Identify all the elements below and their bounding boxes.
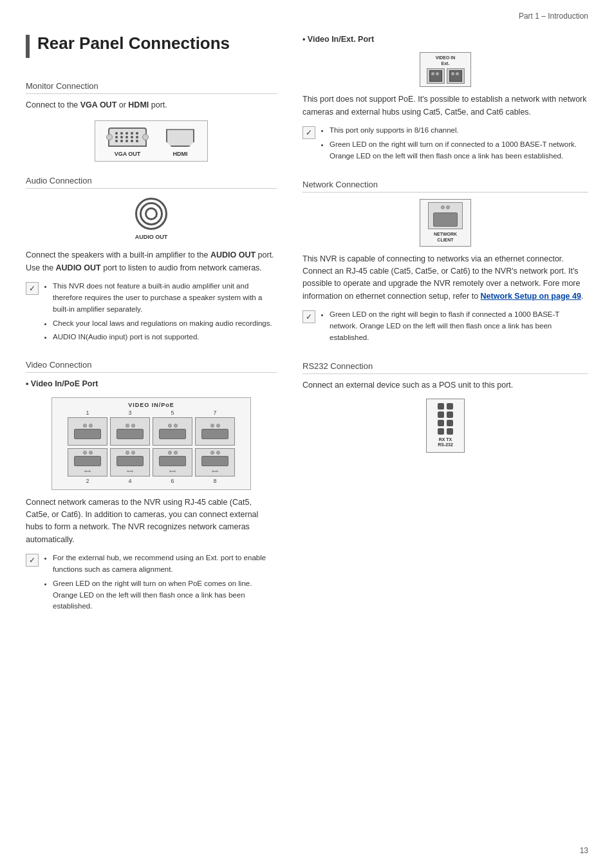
led xyxy=(174,451,178,455)
pin-row-3 xyxy=(438,420,453,426)
pin-7 xyxy=(438,428,444,435)
audio-note-3: AUDIO IN(Audio input) port is not suppor… xyxy=(53,332,277,343)
vga-dot xyxy=(120,140,123,142)
poe-subheading: • Video In/PoE Port xyxy=(26,378,277,390)
network-label-1: NETWORK xyxy=(434,231,457,237)
ext-port-1 xyxy=(427,68,445,84)
led xyxy=(168,424,172,428)
network-port-icon xyxy=(428,202,463,229)
audio-check-box: ✓ xyxy=(26,282,39,295)
monitor-connection-body: Connect to the VGA OUT or HDMI port. xyxy=(26,99,277,111)
poe-notes-box: ✓ For the external hub, we recommend usi… xyxy=(26,552,277,615)
poe-top-numbers: 1 3 5 7 xyxy=(57,410,245,416)
vga-hdmi-box: VGA OUT HDMI xyxy=(95,120,208,162)
poe-num-1: 1 xyxy=(68,410,107,416)
ext-port-box: VIDEO IN Ext. xyxy=(420,52,471,87)
page-number: 13 xyxy=(580,846,588,855)
poe-note-1: For the external hub, we recommend using… xyxy=(53,552,277,576)
network-body: This NVR is capable of connecting to net… xyxy=(302,253,588,303)
led xyxy=(131,451,135,455)
rs232-body: Connect an external device such as a POS… xyxy=(302,379,588,392)
vga-dot xyxy=(136,140,138,142)
rs232-heading: RS232 Connection xyxy=(302,361,588,374)
led xyxy=(131,424,135,428)
ext-video-in-label: VIDEO IN xyxy=(436,55,456,61)
video-ext-note-2: Green LED on the right will turn on if c… xyxy=(330,139,588,162)
network-section: Network Connection NETWORK CLIENT xyxy=(302,180,588,346)
check-mark-ext: ✓ xyxy=(306,128,312,137)
rj45-port xyxy=(201,456,228,466)
led xyxy=(89,424,93,428)
vga-dot xyxy=(131,132,133,135)
check-mark: ✓ xyxy=(29,284,35,293)
title-bar-decoration xyxy=(26,35,30,58)
poe-bottom-numbers: 2 4 6 8 xyxy=(57,478,245,484)
poe-check-box: ✓ xyxy=(26,554,39,567)
vga-dot xyxy=(120,136,123,138)
poe-num-7: 7 xyxy=(195,410,235,416)
vga-dot xyxy=(126,132,128,135)
poe-port-icon-8: ⟺ xyxy=(195,448,235,476)
audio-notes-box: ✓ This NVR does not feature a built-in a… xyxy=(26,281,277,346)
rj45-small xyxy=(449,70,462,82)
pin-row-2 xyxy=(438,411,453,418)
pin-5 xyxy=(438,420,444,426)
led xyxy=(126,451,129,455)
network-rj45 xyxy=(433,212,458,227)
audio-out-icon: AUDIO OUT xyxy=(135,198,168,240)
pin-3 xyxy=(438,411,444,418)
audio-notes-list: This NVR does not feature a built-in aud… xyxy=(44,281,277,346)
header-text: Part 1 – Introduction xyxy=(519,12,588,21)
network-box: NETWORK CLIENT xyxy=(420,199,471,246)
network-notes-list: Green LED on the right will begin to fla… xyxy=(321,309,588,346)
title-block: Rear Panel Connections xyxy=(26,33,277,63)
poe-port-icon-4 xyxy=(195,417,235,446)
video-connection-heading: Video Connection xyxy=(26,360,277,373)
led xyxy=(210,424,214,428)
poe-num-5: 5 xyxy=(153,410,192,416)
rs232-pins xyxy=(438,403,453,435)
led xyxy=(83,451,87,455)
vga-dot xyxy=(126,136,128,138)
led xyxy=(89,451,93,455)
led xyxy=(210,451,214,455)
poe-num-4: 4 xyxy=(110,478,150,484)
pin-2 xyxy=(447,403,453,410)
led xyxy=(216,451,220,455)
vga-dots xyxy=(115,132,140,142)
poe-diagram: VIDEO IN/PoE 1 3 5 7 xyxy=(51,397,251,490)
ext-label-top: VIDEO IN Ext. xyxy=(436,55,456,66)
audio-connection-heading: Audio Connection xyxy=(26,176,277,189)
vga-screw-right xyxy=(142,134,149,140)
pin-row-4 xyxy=(438,428,453,435)
rs232-label-1: RX TX xyxy=(438,437,453,442)
vga-screw-left xyxy=(106,134,113,140)
vga-dot xyxy=(131,140,133,142)
audio-label: AUDIO OUT xyxy=(135,234,168,240)
check-mark-poe: ✓ xyxy=(29,556,35,565)
page-title: Rear Panel Connections xyxy=(37,33,230,53)
led-small xyxy=(451,72,454,75)
poe-port-icon-6: ⟺ xyxy=(110,448,150,476)
led-row-small xyxy=(450,71,461,77)
page-layout: Rear Panel Connections Monitor Connectio… xyxy=(0,27,614,655)
ext-port-2 xyxy=(447,68,465,84)
network-setup-link[interactable]: Network Setup on page 49 xyxy=(481,292,581,301)
vga-dot xyxy=(136,136,138,138)
network-note-1: Green LED on the right will begin to fla… xyxy=(330,309,588,343)
rj45-port xyxy=(116,456,144,466)
poe-port-icon-3 xyxy=(153,417,192,446)
led xyxy=(216,424,220,428)
network-notes-box: ✓ Green LED on the right will begin to f… xyxy=(302,309,588,346)
network-led-1 xyxy=(441,205,445,209)
network-label-2: CLIENT xyxy=(434,237,457,243)
poe-port-bottom-label: ⟺ xyxy=(84,469,91,474)
page-header: Part 1 – Introduction xyxy=(0,0,614,27)
led-row-small xyxy=(430,71,442,77)
network-diagram: NETWORK CLIENT xyxy=(302,199,588,246)
monitor-connection-section: Monitor Connection Connect to the VGA OU… xyxy=(26,81,277,162)
poe-notes-list: For the external hub, we recommend using… xyxy=(44,552,277,615)
pin-1 xyxy=(438,403,444,410)
vga-dot xyxy=(136,132,138,135)
hdmi-port: HDMI xyxy=(166,129,194,157)
